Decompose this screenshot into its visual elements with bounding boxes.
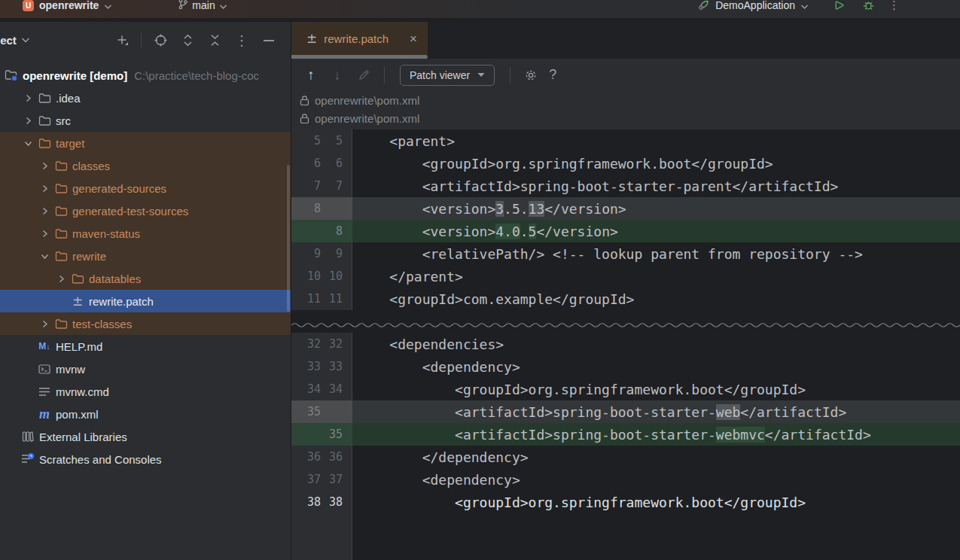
diff-line-deleted: 35 <artifactId>spring-boot-starter-web</… bbox=[291, 400, 960, 423]
locate-file-icon[interactable] bbox=[152, 32, 169, 49]
code-text: <groupId>org.springframework.boot</group… bbox=[352, 378, 960, 400]
libraries-icon bbox=[20, 428, 36, 445]
close-icon[interactable]: × bbox=[410, 32, 417, 45]
maven-icon: m bbox=[36, 406, 53, 422]
line-numbers: 35 bbox=[291, 423, 352, 446]
chevron-collapsed-icon[interactable] bbox=[36, 315, 53, 332]
expand-all-icon[interactable] bbox=[179, 32, 196, 49]
chevron-collapsed-icon[interactable] bbox=[3, 451, 20, 467]
line-numbers: 77 bbox=[291, 175, 352, 197]
line-numbers: 55 bbox=[291, 129, 352, 152]
tab-title: rewrite.patch bbox=[324, 32, 389, 45]
chevron-collapsed-icon[interactable] bbox=[20, 338, 36, 355]
tab-rewrite-patch[interactable]: ± rewrite.patch × bbox=[291, 22, 428, 55]
tree-item-external-libraries[interactable]: External Libraries bbox=[0, 425, 291, 448]
previous-change-button[interactable]: ↑ bbox=[303, 67, 319, 84]
tree-item-mvnw.cmd[interactable]: mvnw.cmd bbox=[0, 380, 291, 403]
code-text: <artifactId>spring-boot-starter-parent</… bbox=[352, 175, 960, 197]
settings-gear-icon[interactable] bbox=[523, 67, 539, 84]
viewer-mode-label: Patch viewer bbox=[410, 69, 470, 81]
line-numbers: 1010 bbox=[291, 265, 352, 288]
chevron-down-icon bbox=[800, 0, 809, 12]
collapse-all-icon[interactable] bbox=[206, 32, 223, 49]
chevron-collapsed-icon[interactable] bbox=[20, 112, 36, 129]
chevron-collapsed-icon[interactable] bbox=[3, 428, 20, 445]
chevron-expanded-icon[interactable] bbox=[36, 248, 53, 264]
diff-line-context: 3636 </dependency> bbox=[291, 446, 960, 468]
line-numbers: 99 bbox=[291, 242, 352, 265]
chevron-collapsed-icon[interactable] bbox=[53, 293, 69, 309]
debug-button[interactable] bbox=[860, 0, 876, 14]
line-numbers: 3333 bbox=[291, 355, 352, 378]
chevron-collapsed-icon[interactable] bbox=[20, 361, 36, 377]
tree-item-label: generated-test-sources bbox=[72, 205, 188, 218]
folder-icon bbox=[69, 270, 86, 287]
tree-item-.idea[interactable]: .idea bbox=[0, 87, 291, 109]
chevron-collapsed-icon[interactable] bbox=[36, 225, 53, 242]
hide-panel-icon[interactable] bbox=[261, 32, 277, 49]
tree-scrollbar[interactable] bbox=[287, 165, 290, 312]
code-text: </dependency> bbox=[352, 446, 960, 468]
tree-item-generated-sources[interactable]: generated-sources bbox=[0, 177, 291, 199]
patch-target-file: openrewrite\pom.xml bbox=[300, 91, 960, 109]
tree-item-pom.xml[interactable]: mpom.xml bbox=[0, 403, 291, 425]
next-change-button[interactable]: ↓ bbox=[329, 67, 346, 84]
line-numbers: 3636 bbox=[291, 446, 352, 468]
add-icon[interactable] bbox=[114, 32, 130, 49]
line-numbers: 8 bbox=[291, 197, 352, 220]
tree-item-label: rewrite.patch bbox=[89, 295, 154, 308]
folder-icon bbox=[36, 90, 53, 106]
project-panel-title[interactable]: ject bbox=[0, 34, 30, 47]
run-button[interactable] bbox=[831, 0, 848, 14]
more-actions-kebab-icon[interactable]: ⋮ bbox=[888, 2, 900, 9]
tree-item-test-classes[interactable]: test-classes bbox=[0, 312, 291, 335]
run-configuration-selector[interactable]: DemoApplication bbox=[698, 0, 809, 13]
folder-icon bbox=[53, 225, 69, 242]
chevron-collapsed-icon[interactable] bbox=[20, 406, 36, 422]
branch-selector[interactable]: main bbox=[178, 0, 227, 12]
tree-item-rewrite[interactable]: rewrite bbox=[0, 245, 291, 267]
tree-item-help.md[interactable]: M↓HELP.md bbox=[0, 335, 291, 358]
folder-icon bbox=[53, 315, 69, 332]
tree-item-generated-test-sources[interactable]: generated-test-sources bbox=[0, 199, 291, 222]
tree-item-label: datatables bbox=[89, 272, 141, 285]
chevron-expanded-icon[interactable] bbox=[20, 135, 36, 151]
tree-item-target[interactable]: target bbox=[0, 132, 291, 154]
tree-item-mvnw[interactable]: mvnw bbox=[0, 358, 291, 380]
chevron-collapsed-icon[interactable] bbox=[36, 180, 53, 196]
project-tool-window: ject bbox=[0, 22, 291, 560]
code-text: <dependency> bbox=[352, 468, 960, 491]
chevron-collapsed-icon[interactable] bbox=[36, 157, 53, 174]
edit-pencil-icon[interactable] bbox=[355, 67, 372, 84]
code-text: <artifactId>spring-boot-starter-webmvc</… bbox=[352, 423, 960, 446]
code-text: <version>4.0.5</version> bbox=[352, 220, 960, 242]
panel-options-kebab-icon[interactable]: ⋮ bbox=[233, 32, 250, 49]
project-selector[interactable]: openrewrite bbox=[39, 0, 99, 11]
tree-item-datatables[interactable]: datatables bbox=[0, 267, 291, 290]
chevron-collapsed-icon[interactable] bbox=[36, 202, 53, 219]
diff-line-deleted: 8 <version>3.5.13</version> bbox=[291, 197, 960, 220]
chevron-collapsed-icon[interactable] bbox=[53, 270, 69, 287]
line-numbers: 3838 bbox=[291, 491, 352, 513]
tree-item-label: mvnw bbox=[56, 363, 85, 376]
chevron-collapsed-icon[interactable] bbox=[20, 90, 36, 106]
diff-line-context: 3434 <groupId>org.springframework.boot</… bbox=[291, 378, 960, 400]
viewer-mode-select[interactable]: Patch viewer bbox=[400, 65, 495, 86]
chevron-down-icon bbox=[21, 37, 30, 44]
tree-item-scratches-and-consoles[interactable]: Scratches and Consoles bbox=[0, 448, 291, 470]
tree-item-src[interactable]: src bbox=[0, 109, 291, 132]
code-text: <groupId>com.example</groupId> bbox=[352, 288, 960, 310]
tree-item-maven-status[interactable]: maven-status bbox=[0, 222, 291, 245]
tree-item-rewrite.patch[interactable]: ±rewrite.patch bbox=[0, 290, 291, 312]
tree-item-classes[interactable]: classes bbox=[0, 154, 291, 177]
tree-root-row[interactable]: openrewrite [demo]C:\practice\tech-blog-… bbox=[0, 64, 291, 87]
code-text: <groupId>org.springframework.boot</group… bbox=[352, 491, 960, 513]
code-text: </parent> bbox=[352, 265, 960, 288]
diff-viewer: 55 <parent>66 <groupId>org.springframewo… bbox=[291, 129, 960, 560]
dropdown-caret-icon bbox=[477, 72, 485, 78]
code-text: <version>3.5.13</version> bbox=[352, 197, 960, 220]
help-icon[interactable]: ? bbox=[549, 67, 556, 83]
patch-file-headers: openrewrite\pom.xml openrewrite\pom.xml bbox=[291, 91, 960, 129]
project-folder-icon bbox=[3, 67, 20, 84]
chevron-collapsed-icon[interactable] bbox=[20, 383, 36, 400]
